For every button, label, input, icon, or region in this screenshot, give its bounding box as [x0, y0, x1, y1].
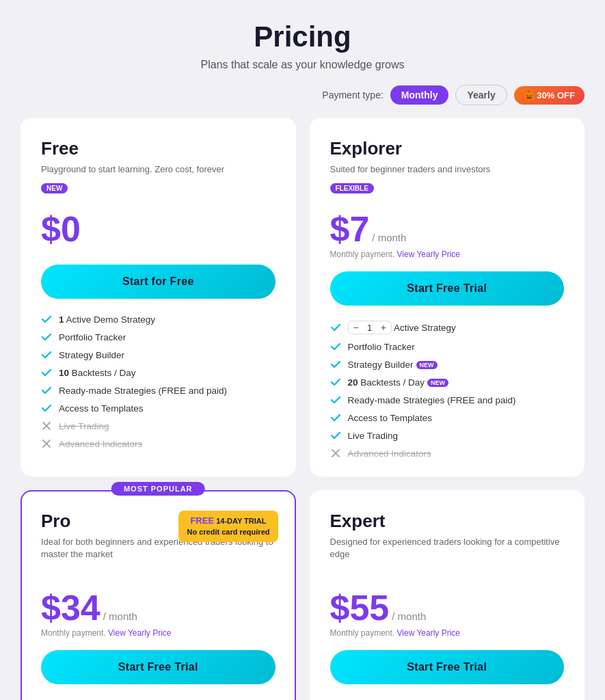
- plan-name-explorer: Explorer: [330, 138, 565, 159]
- price-note-explorer: Monthly payment. View Yearly Price: [330, 250, 565, 259]
- check-icon: [330, 430, 341, 441]
- plan-badge-free: NEW: [41, 183, 68, 193]
- plan-desc-expert: Designed for experienced traders looking…: [330, 536, 565, 561]
- check-icon: [330, 394, 341, 405]
- feature-tag: NEW: [416, 361, 438, 369]
- feature-item: Portfolio Tracker: [330, 341, 565, 352]
- strategy-counter: − 1 +: [348, 321, 392, 334]
- check-icon: [330, 341, 341, 352]
- check-icon: [41, 349, 52, 360]
- cta-button-expert[interactable]: Start Free Trial: [330, 650, 565, 684]
- feature-item: Access to Templates: [330, 412, 565, 423]
- price-note-pro: Monthly payment. View Yearly Price: [41, 628, 275, 638]
- feature-item: Live Trading: [330, 430, 565, 441]
- most-popular-badge: MOST POPULAR: [111, 482, 205, 496]
- view-yearly-link-explorer[interactable]: View Yearly Price: [397, 250, 461, 259]
- plans-grid: FreePlayground to start learning. Zero c…: [21, 118, 584, 700]
- page-header: Pricing Plans that scale as your knowled…: [21, 21, 584, 71]
- cta-button-free[interactable]: Start for Free: [41, 265, 275, 299]
- plan-card-pro: MOST POPULARProIdeal for both beginners …: [21, 490, 296, 700]
- feature-item: Ready-made Strategies (FREE and paid): [330, 394, 565, 405]
- plan-desc-free: Playground to start learning. Zero cost,…: [41, 163, 275, 176]
- price-row-expert: $55 / month: [330, 590, 565, 625]
- feature-item: Ready-made Strategies (FREE and paid): [41, 385, 275, 396]
- page-subtitle: Plans that scale as your knowledge grows: [21, 59, 584, 71]
- feature-item: 10 Backtests / Day: [41, 367, 275, 378]
- price-amount-free: $0: [41, 211, 81, 247]
- price-amount-explorer: $7: [330, 211, 370, 247]
- check-icon: [330, 359, 341, 370]
- price-row-pro: $34 / month: [41, 590, 275, 625]
- monthly-toggle-button[interactable]: Monthly: [390, 85, 449, 105]
- plan-badge-explorer: FLEXIBLE: [330, 183, 374, 193]
- price-period-pro: / month: [103, 610, 137, 622]
- check-icon: [330, 412, 341, 423]
- price-amount-pro: $34: [41, 590, 100, 625]
- feature-item: Strategy Builder: [41, 349, 275, 360]
- cta-button-pro[interactable]: Start Free Trial: [41, 650, 275, 684]
- check-icon: [41, 367, 52, 378]
- check-icon: [41, 332, 52, 342]
- discount-badge: 🎃 30% OFF: [514, 86, 584, 105]
- plan-name-expert: Expert: [330, 511, 565, 532]
- feature-item: 20 Backtests / DayNEW: [330, 377, 565, 388]
- price-note-expert: Monthly payment. View Yearly Price: [330, 628, 565, 638]
- counter-plus[interactable]: +: [379, 322, 388, 333]
- x-icon: [330, 448, 341, 459]
- view-yearly-link-pro[interactable]: View Yearly Price: [108, 628, 172, 638]
- plan-desc-explorer: Suited for beginner traders and investor…: [330, 163, 565, 176]
- features-list-explorer: − 1 + Active Strategy Portfolio Tracker …: [330, 321, 565, 459]
- features-list-free: 1 Active Demo Strategy Portfolio Tracker…: [41, 314, 275, 449]
- view-yearly-link-expert[interactable]: View Yearly Price: [397, 628, 461, 638]
- payment-toggle-bar: Payment type: Monthly Yearly 🎃 30% OFF: [21, 85, 584, 105]
- plan-card-explorer: ExplorerSuited for beginner traders and …: [310, 118, 585, 476]
- plan-card-free: FreePlayground to start learning. Zero c…: [21, 118, 296, 476]
- cta-button-explorer[interactable]: Start Free Trial: [330, 271, 565, 306]
- trial-badge-pro: FREE 14-DAY TRIALNo credit card required: [178, 511, 278, 542]
- feature-item: Advanced Indicators: [330, 448, 565, 459]
- page-title: Pricing: [21, 21, 584, 53]
- price-period-expert: / month: [392, 610, 426, 622]
- feature-item: − 1 + Active Strategy: [330, 321, 565, 334]
- payment-type-label: Payment type:: [322, 90, 384, 100]
- feature-item: 1 Active Demo Strategy: [41, 314, 275, 325]
- check-icon: [41, 403, 52, 414]
- feature-tag: NEW: [427, 379, 448, 387]
- check-icon: [41, 314, 52, 325]
- feature-item: Access to Templates: [41, 403, 275, 414]
- price-row-explorer: $7 / month: [330, 211, 565, 247]
- check-icon: [330, 377, 341, 388]
- check-icon: [41, 385, 52, 396]
- price-amount-expert: $55: [330, 590, 390, 625]
- x-icon: [41, 438, 52, 449]
- plan-card-expert: ExpertDesigned for experienced traders l…: [310, 490, 585, 700]
- feature-item: Strategy BuilderNEW: [330, 359, 565, 370]
- counter-minus[interactable]: −: [351, 322, 361, 333]
- price-row-free: $0: [41, 211, 275, 247]
- check-icon: [330, 322, 341, 333]
- x-icon: [41, 420, 52, 431]
- feature-item: Advanced Indicators: [41, 438, 275, 449]
- feature-item: Portfolio Tracker: [41, 332, 275, 342]
- feature-item: Live Trading: [41, 420, 275, 431]
- plan-name-free: Free: [41, 138, 275, 159]
- price-period-explorer: / month: [372, 232, 406, 243]
- yearly-toggle-button[interactable]: Yearly: [455, 85, 507, 105]
